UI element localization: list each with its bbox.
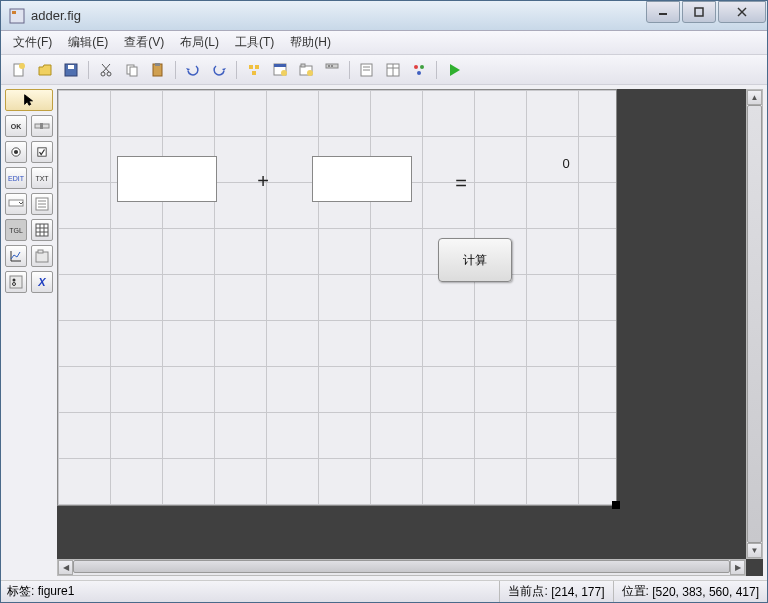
status-current-point: 当前点: [214, 177] <box>499 581 612 602</box>
svg-rect-19 <box>255 65 259 69</box>
toolbar <box>1 55 767 85</box>
undo-icon[interactable] <box>181 58 205 82</box>
palette-toggle[interactable]: TGL <box>5 219 27 241</box>
status-pos-label: 位置: <box>622 583 649 600</box>
maximize-button[interactable] <box>682 1 716 23</box>
canvas-background[interactable]: + = 0 计算 <box>57 89 763 576</box>
palette-text[interactable]: TXT <box>31 167 53 189</box>
menu-file[interactable]: 文件(F) <box>5 31 60 54</box>
svg-point-37 <box>420 65 424 69</box>
svg-rect-3 <box>695 8 703 16</box>
scroll-up-icon[interactable]: ▲ <box>747 90 762 105</box>
palette-popup[interactable] <box>5 193 27 215</box>
palette-listbox[interactable] <box>31 193 53 215</box>
scroll-down-icon[interactable]: ▼ <box>747 543 762 558</box>
menu-editor-icon[interactable] <box>268 58 292 82</box>
canvas-area: + = 0 计算 ▲ ▼ ◀ ▶ <box>57 89 763 576</box>
redo-icon[interactable] <box>207 58 231 82</box>
palette-edit[interactable]: EDIT <box>5 167 27 189</box>
svg-rect-1 <box>12 11 16 14</box>
scroll-left-icon[interactable]: ◀ <box>58 560 73 575</box>
menu-help[interactable]: 帮助(H) <box>282 31 339 54</box>
guide-window: adder.fig 文件(F) 编辑(E) 查看(V) 布局(L) 工具(T) … <box>0 0 768 603</box>
titlebar: adder.fig <box>1 1 767 31</box>
svg-rect-25 <box>301 64 305 67</box>
svg-rect-20 <box>252 71 256 75</box>
svg-point-38 <box>417 71 421 75</box>
property-icon[interactable] <box>381 58 405 82</box>
editor-icon[interactable] <box>355 58 379 82</box>
svg-rect-57 <box>38 250 43 253</box>
palette-axes[interactable] <box>5 245 27 267</box>
app-icon <box>9 8 25 24</box>
new-icon[interactable] <box>7 58 31 82</box>
scroll-right-icon[interactable]: ▶ <box>730 560 745 575</box>
copy-icon[interactable] <box>120 58 144 82</box>
work-area: OK EDIT TXT TGL <box>1 85 767 580</box>
svg-rect-28 <box>328 65 330 67</box>
palette-panel[interactable] <box>31 245 53 267</box>
menu-tools[interactable]: 工具(T) <box>227 31 282 54</box>
palette-table[interactable] <box>31 219 53 241</box>
toolbar-editor-icon[interactable] <box>320 58 344 82</box>
svg-point-59 <box>13 279 16 282</box>
svg-rect-17 <box>155 63 160 66</box>
svg-point-7 <box>19 63 25 69</box>
svg-rect-40 <box>40 123 43 129</box>
minimize-button[interactable] <box>646 1 680 23</box>
status-tag: 标签: figure1 <box>1 583 499 600</box>
object-icon[interactable] <box>407 58 431 82</box>
cut-icon[interactable] <box>94 58 118 82</box>
menu-view[interactable]: 查看(V) <box>116 31 172 54</box>
svg-point-23 <box>281 70 287 76</box>
open-icon[interactable] <box>33 58 57 82</box>
vertical-scrollbar[interactable]: ▲ ▼ <box>746 89 763 559</box>
tool-palette: OK EDIT TXT TGL <box>1 85 57 580</box>
palette-activex[interactable]: X <box>31 271 53 293</box>
svg-line-13 <box>102 64 109 72</box>
svg-rect-44 <box>9 200 23 206</box>
menubar: 文件(F) 编辑(E) 查看(V) 布局(L) 工具(T) 帮助(H) <box>1 31 767 55</box>
svg-rect-22 <box>274 64 286 67</box>
horizontal-scrollbar[interactable]: ◀ ▶ <box>57 559 746 576</box>
svg-line-12 <box>103 64 110 72</box>
save-icon[interactable] <box>59 58 83 82</box>
palette-checkbox[interactable] <box>31 141 53 163</box>
palette-pushbutton[interactable]: OK <box>5 115 27 137</box>
window-controls <box>645 1 767 30</box>
resize-handle[interactable] <box>612 501 620 509</box>
figure-panel[interactable]: + = 0 计算 <box>57 89 617 506</box>
svg-rect-9 <box>68 65 74 69</box>
close-button[interactable] <box>718 1 766 23</box>
menu-layout[interactable]: 布局(L) <box>172 31 227 54</box>
palette-select[interactable] <box>5 89 53 111</box>
edit-operand2[interactable] <box>312 156 412 202</box>
svg-point-42 <box>14 150 18 154</box>
plus-label: + <box>253 170 273 193</box>
result-label: 0 <box>556 156 576 171</box>
paste-icon[interactable] <box>146 58 170 82</box>
palette-buttongroup[interactable] <box>5 271 27 293</box>
status-pos-value: [520, 383, 560, 417] <box>652 585 759 599</box>
run-icon[interactable] <box>442 58 466 82</box>
compute-button[interactable]: 计算 <box>438 238 512 282</box>
palette-radio[interactable] <box>5 141 27 163</box>
status-curpt-value: [214, 177] <box>551 585 604 599</box>
statusbar: 标签: figure1 当前点: [214, 177] 位置: [520, 38… <box>1 580 767 602</box>
edit-operand1[interactable] <box>117 156 217 202</box>
status-curpt-label: 当前点: <box>508 583 547 600</box>
menu-edit[interactable]: 编辑(E) <box>60 31 116 54</box>
status-position: 位置: [520, 383, 560, 417] <box>613 581 767 602</box>
svg-rect-58 <box>10 276 22 288</box>
svg-point-36 <box>414 65 418 69</box>
palette-slider[interactable] <box>31 115 53 137</box>
svg-rect-29 <box>331 65 333 67</box>
svg-rect-43 <box>38 148 46 156</box>
align-icon[interactable] <box>242 58 266 82</box>
status-tag-label: 标签: <box>7 584 34 598</box>
svg-point-11 <box>107 72 111 76</box>
svg-rect-49 <box>36 224 48 236</box>
tab-editor-icon[interactable] <box>294 58 318 82</box>
svg-rect-18 <box>249 65 253 69</box>
svg-point-10 <box>101 72 105 76</box>
